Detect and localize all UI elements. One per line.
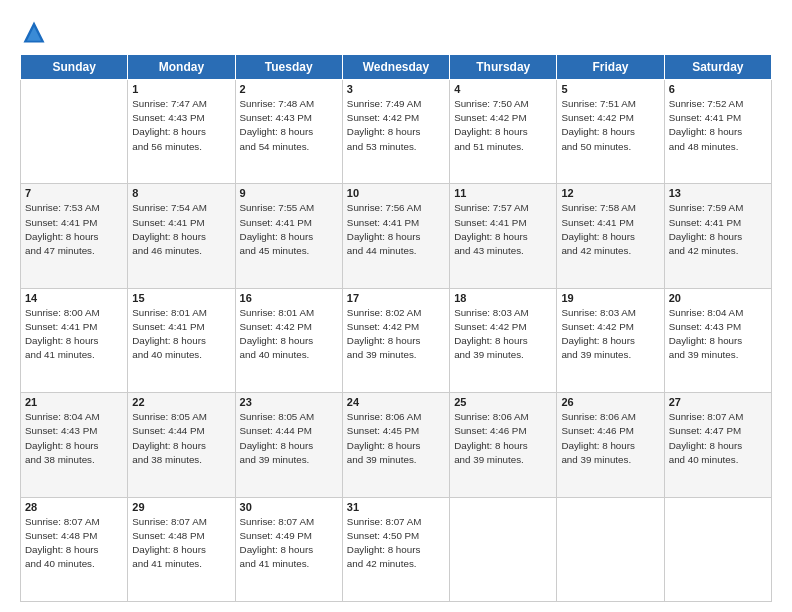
calendar-day-cell: 27Sunrise: 8:07 AM Sunset: 4:47 PM Dayli… — [664, 393, 771, 497]
calendar-week-row: 28Sunrise: 8:07 AM Sunset: 4:48 PM Dayli… — [21, 497, 772, 601]
day-number: 13 — [669, 187, 767, 199]
day-of-week-header: Wednesday — [342, 55, 449, 80]
calendar-header-row: SundayMondayTuesdayWednesdayThursdayFrid… — [21, 55, 772, 80]
day-number: 4 — [454, 83, 552, 95]
day-info: Sunrise: 8:06 AM Sunset: 4:46 PM Dayligh… — [561, 410, 659, 467]
day-info: Sunrise: 8:06 AM Sunset: 4:45 PM Dayligh… — [347, 410, 445, 467]
day-number: 31 — [347, 501, 445, 513]
day-number: 10 — [347, 187, 445, 199]
day-info: Sunrise: 8:07 AM Sunset: 4:49 PM Dayligh… — [240, 515, 338, 572]
page: SundayMondayTuesdayWednesdayThursdayFrid… — [0, 0, 792, 612]
day-number: 12 — [561, 187, 659, 199]
day-info: Sunrise: 7:51 AM Sunset: 4:42 PM Dayligh… — [561, 97, 659, 154]
calendar-day-cell: 20Sunrise: 8:04 AM Sunset: 4:43 PM Dayli… — [664, 288, 771, 392]
day-number: 21 — [25, 396, 123, 408]
day-info: Sunrise: 7:50 AM Sunset: 4:42 PM Dayligh… — [454, 97, 552, 154]
day-info: Sunrise: 7:58 AM Sunset: 4:41 PM Dayligh… — [561, 201, 659, 258]
calendar-day-cell — [21, 80, 128, 184]
day-info: Sunrise: 8:07 AM Sunset: 4:48 PM Dayligh… — [25, 515, 123, 572]
calendar-day-cell: 22Sunrise: 8:05 AM Sunset: 4:44 PM Dayli… — [128, 393, 235, 497]
day-number: 22 — [132, 396, 230, 408]
calendar-week-row: 14Sunrise: 8:00 AM Sunset: 4:41 PM Dayli… — [21, 288, 772, 392]
day-number: 30 — [240, 501, 338, 513]
day-info: Sunrise: 8:07 AM Sunset: 4:48 PM Dayligh… — [132, 515, 230, 572]
calendar-day-cell: 25Sunrise: 8:06 AM Sunset: 4:46 PM Dayli… — [450, 393, 557, 497]
calendar-day-cell: 7Sunrise: 7:53 AM Sunset: 4:41 PM Daylig… — [21, 184, 128, 288]
calendar-week-row: 7Sunrise: 7:53 AM Sunset: 4:41 PM Daylig… — [21, 184, 772, 288]
day-of-week-header: Monday — [128, 55, 235, 80]
calendar-day-cell: 6Sunrise: 7:52 AM Sunset: 4:41 PM Daylig… — [664, 80, 771, 184]
calendar-day-cell: 8Sunrise: 7:54 AM Sunset: 4:41 PM Daylig… — [128, 184, 235, 288]
day-info: Sunrise: 7:55 AM Sunset: 4:41 PM Dayligh… — [240, 201, 338, 258]
day-number: 9 — [240, 187, 338, 199]
day-of-week-header: Saturday — [664, 55, 771, 80]
calendar-day-cell: 12Sunrise: 7:58 AM Sunset: 4:41 PM Dayli… — [557, 184, 664, 288]
day-number: 29 — [132, 501, 230, 513]
day-number: 16 — [240, 292, 338, 304]
calendar-day-cell: 9Sunrise: 7:55 AM Sunset: 4:41 PM Daylig… — [235, 184, 342, 288]
calendar-day-cell: 4Sunrise: 7:50 AM Sunset: 4:42 PM Daylig… — [450, 80, 557, 184]
day-info: Sunrise: 8:01 AM Sunset: 4:42 PM Dayligh… — [240, 306, 338, 363]
logo — [20, 18, 52, 46]
calendar-day-cell: 2Sunrise: 7:48 AM Sunset: 4:43 PM Daylig… — [235, 80, 342, 184]
day-info: Sunrise: 7:53 AM Sunset: 4:41 PM Dayligh… — [25, 201, 123, 258]
calendar-day-cell: 29Sunrise: 8:07 AM Sunset: 4:48 PM Dayli… — [128, 497, 235, 601]
day-info: Sunrise: 8:06 AM Sunset: 4:46 PM Dayligh… — [454, 410, 552, 467]
day-number: 24 — [347, 396, 445, 408]
calendar-week-row: 21Sunrise: 8:04 AM Sunset: 4:43 PM Dayli… — [21, 393, 772, 497]
day-info: Sunrise: 8:07 AM Sunset: 4:47 PM Dayligh… — [669, 410, 767, 467]
day-of-week-header: Sunday — [21, 55, 128, 80]
calendar-day-cell — [450, 497, 557, 601]
calendar-table: SundayMondayTuesdayWednesdayThursdayFrid… — [20, 54, 772, 602]
calendar-day-cell: 10Sunrise: 7:56 AM Sunset: 4:41 PM Dayli… — [342, 184, 449, 288]
day-number: 15 — [132, 292, 230, 304]
day-number: 7 — [25, 187, 123, 199]
calendar-day-cell: 30Sunrise: 8:07 AM Sunset: 4:49 PM Dayli… — [235, 497, 342, 601]
calendar-day-cell: 23Sunrise: 8:05 AM Sunset: 4:44 PM Dayli… — [235, 393, 342, 497]
day-number: 17 — [347, 292, 445, 304]
day-number: 19 — [561, 292, 659, 304]
day-info: Sunrise: 8:04 AM Sunset: 4:43 PM Dayligh… — [25, 410, 123, 467]
day-info: Sunrise: 7:54 AM Sunset: 4:41 PM Dayligh… — [132, 201, 230, 258]
calendar-day-cell: 21Sunrise: 8:04 AM Sunset: 4:43 PM Dayli… — [21, 393, 128, 497]
calendar-day-cell: 19Sunrise: 8:03 AM Sunset: 4:42 PM Dayli… — [557, 288, 664, 392]
calendar-day-cell: 28Sunrise: 8:07 AM Sunset: 4:48 PM Dayli… — [21, 497, 128, 601]
day-info: Sunrise: 8:03 AM Sunset: 4:42 PM Dayligh… — [561, 306, 659, 363]
day-number: 6 — [669, 83, 767, 95]
calendar-day-cell: 18Sunrise: 8:03 AM Sunset: 4:42 PM Dayli… — [450, 288, 557, 392]
calendar-day-cell: 3Sunrise: 7:49 AM Sunset: 4:42 PM Daylig… — [342, 80, 449, 184]
day-number: 20 — [669, 292, 767, 304]
day-info: Sunrise: 7:48 AM Sunset: 4:43 PM Dayligh… — [240, 97, 338, 154]
day-number: 1 — [132, 83, 230, 95]
calendar-day-cell: 1Sunrise: 7:47 AM Sunset: 4:43 PM Daylig… — [128, 80, 235, 184]
day-info: Sunrise: 7:52 AM Sunset: 4:41 PM Dayligh… — [669, 97, 767, 154]
day-info: Sunrise: 8:03 AM Sunset: 4:42 PM Dayligh… — [454, 306, 552, 363]
day-number: 25 — [454, 396, 552, 408]
calendar-day-cell: 16Sunrise: 8:01 AM Sunset: 4:42 PM Dayli… — [235, 288, 342, 392]
day-of-week-header: Tuesday — [235, 55, 342, 80]
day-number: 26 — [561, 396, 659, 408]
calendar-day-cell: 13Sunrise: 7:59 AM Sunset: 4:41 PM Dayli… — [664, 184, 771, 288]
day-info: Sunrise: 8:05 AM Sunset: 4:44 PM Dayligh… — [240, 410, 338, 467]
day-info: Sunrise: 7:49 AM Sunset: 4:42 PM Dayligh… — [347, 97, 445, 154]
day-info: Sunrise: 7:57 AM Sunset: 4:41 PM Dayligh… — [454, 201, 552, 258]
day-info: Sunrise: 7:47 AM Sunset: 4:43 PM Dayligh… — [132, 97, 230, 154]
header — [20, 18, 772, 46]
day-info: Sunrise: 8:07 AM Sunset: 4:50 PM Dayligh… — [347, 515, 445, 572]
day-number: 23 — [240, 396, 338, 408]
calendar-day-cell: 5Sunrise: 7:51 AM Sunset: 4:42 PM Daylig… — [557, 80, 664, 184]
day-info: Sunrise: 8:04 AM Sunset: 4:43 PM Dayligh… — [669, 306, 767, 363]
calendar-day-cell: 31Sunrise: 8:07 AM Sunset: 4:50 PM Dayli… — [342, 497, 449, 601]
calendar-day-cell: 17Sunrise: 8:02 AM Sunset: 4:42 PM Dayli… — [342, 288, 449, 392]
day-number: 8 — [132, 187, 230, 199]
day-info: Sunrise: 7:56 AM Sunset: 4:41 PM Dayligh… — [347, 201, 445, 258]
day-number: 3 — [347, 83, 445, 95]
day-of-week-header: Thursday — [450, 55, 557, 80]
calendar-day-cell: 24Sunrise: 8:06 AM Sunset: 4:45 PM Dayli… — [342, 393, 449, 497]
day-number: 11 — [454, 187, 552, 199]
calendar-day-cell: 26Sunrise: 8:06 AM Sunset: 4:46 PM Dayli… — [557, 393, 664, 497]
calendar-week-row: 1Sunrise: 7:47 AM Sunset: 4:43 PM Daylig… — [21, 80, 772, 184]
day-of-week-header: Friday — [557, 55, 664, 80]
day-info: Sunrise: 8:00 AM Sunset: 4:41 PM Dayligh… — [25, 306, 123, 363]
day-number: 5 — [561, 83, 659, 95]
